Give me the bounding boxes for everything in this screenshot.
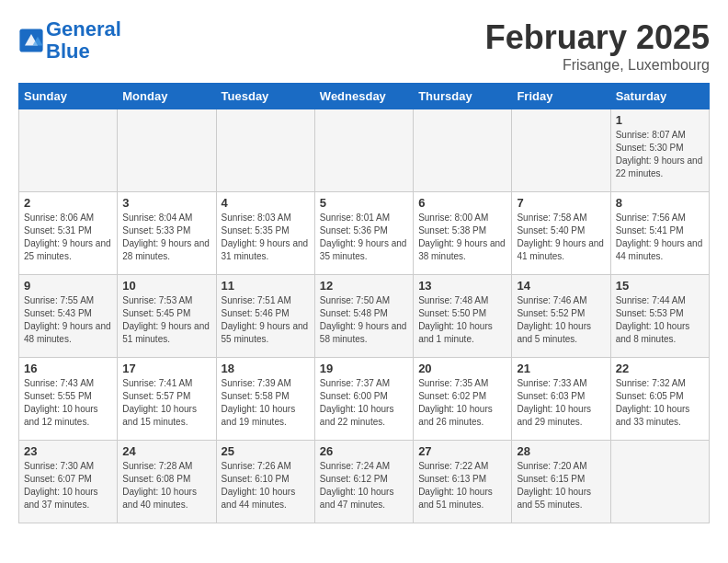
day-info: Sunrise: 7:39 AM Sunset: 5:58 PM Dayligh…	[222, 377, 310, 429]
day-info: Sunrise: 7:44 AM Sunset: 5:53 PM Dayligh…	[616, 294, 704, 346]
day-info: Sunrise: 7:55 AM Sunset: 5:43 PM Dayligh…	[24, 294, 112, 346]
day-number: 5	[320, 196, 408, 210]
calendar-cell: 13Sunrise: 7:48 AM Sunset: 5:50 PM Dayli…	[414, 275, 512, 358]
day-info: Sunrise: 8:03 AM Sunset: 5:35 PM Dayligh…	[222, 212, 310, 263]
calendar-cell: 2Sunrise: 8:06 AM Sunset: 5:31 PM Daylig…	[19, 192, 118, 275]
calendar-cell: 10Sunrise: 7:53 AM Sunset: 5:45 PM Dayli…	[118, 275, 216, 358]
title-block: February 2025 Frisange, Luxembourg	[485, 18, 710, 74]
calendar-cell: 16Sunrise: 7:43 AM Sunset: 5:55 PM Dayli…	[19, 358, 118, 441]
calendar-cell: 18Sunrise: 7:39 AM Sunset: 5:58 PM Dayli…	[216, 358, 314, 441]
day-number: 16	[24, 362, 112, 375]
day-number: 14	[517, 279, 605, 293]
calendar-cell: 15Sunrise: 7:44 AM Sunset: 5:53 PM Dayli…	[610, 275, 709, 358]
day-info: Sunrise: 7:56 AM Sunset: 5:41 PM Dayligh…	[616, 212, 704, 263]
calendar-cell: 9Sunrise: 7:55 AM Sunset: 5:43 PM Daylig…	[19, 275, 118, 358]
calendar-cell: 17Sunrise: 7:41 AM Sunset: 5:57 PM Dayli…	[118, 358, 216, 441]
day-number: 6	[418, 196, 506, 210]
day-info: Sunrise: 8:01 AM Sunset: 5:36 PM Dayligh…	[320, 212, 408, 263]
day-info: Sunrise: 8:04 AM Sunset: 5:33 PM Dayligh…	[122, 212, 210, 263]
month-title: February 2025	[485, 18, 710, 57]
day-number: 28	[517, 444, 605, 458]
day-info: Sunrise: 7:24 AM Sunset: 6:12 PM Dayligh…	[320, 460, 408, 511]
calendar-cell	[314, 109, 413, 192]
day-info: Sunrise: 7:32 AM Sunset: 6:05 PM Dayligh…	[616, 377, 704, 429]
day-info: Sunrise: 7:46 AM Sunset: 5:52 PM Dayligh…	[517, 294, 605, 346]
calendar-cell: 24Sunrise: 7:28 AM Sunset: 6:08 PM Dayli…	[118, 441, 216, 523]
day-number: 15	[616, 279, 704, 293]
header-wednesday: Wednesday	[314, 84, 413, 109]
calendar-table: SundayMondayTuesdayWednesdayThursdayFrid…	[18, 83, 710, 523]
day-info: Sunrise: 7:53 AM Sunset: 5:45 PM Dayligh…	[122, 294, 210, 346]
day-number: 3	[122, 196, 210, 210]
location-subtitle: Frisange, Luxembourg	[485, 57, 710, 74]
logo-icon	[18, 28, 44, 53]
day-info: Sunrise: 7:50 AM Sunset: 5:48 PM Dayligh…	[320, 294, 408, 346]
day-number: 19	[320, 362, 408, 375]
day-number: 1	[616, 113, 704, 127]
calendar-week-row: 16Sunrise: 7:43 AM Sunset: 5:55 PM Dayli…	[19, 358, 710, 441]
header-saturday: Saturday	[610, 84, 709, 109]
logo-general: General	[46, 17, 121, 40]
day-info: Sunrise: 7:41 AM Sunset: 5:57 PM Dayligh…	[122, 377, 210, 429]
calendar-cell: 21Sunrise: 7:33 AM Sunset: 6:03 PM Dayli…	[512, 358, 610, 441]
calendar-week-row: 23Sunrise: 7:30 AM Sunset: 6:07 PM Dayli…	[19, 441, 710, 523]
day-number: 23	[24, 444, 112, 458]
calendar-cell: 11Sunrise: 7:51 AM Sunset: 5:46 PM Dayli…	[216, 275, 314, 358]
day-info: Sunrise: 7:35 AM Sunset: 6:02 PM Dayligh…	[418, 377, 506, 429]
calendar-cell: 5Sunrise: 8:01 AM Sunset: 5:36 PM Daylig…	[314, 192, 413, 275]
day-info: Sunrise: 7:20 AM Sunset: 6:15 PM Dayligh…	[517, 460, 605, 511]
calendar-cell: 27Sunrise: 7:22 AM Sunset: 6:13 PM Dayli…	[414, 441, 512, 523]
day-info: Sunrise: 7:28 AM Sunset: 6:08 PM Dayligh…	[122, 460, 210, 511]
calendar-cell	[19, 109, 118, 192]
calendar-cell: 14Sunrise: 7:46 AM Sunset: 5:52 PM Dayli…	[512, 275, 610, 358]
day-number: 25	[222, 444, 310, 458]
calendar-cell	[216, 109, 314, 192]
header-sunday: Sunday	[19, 84, 118, 109]
calendar-header-row: SundayMondayTuesdayWednesdayThursdayFrid…	[19, 84, 710, 109]
day-info: Sunrise: 8:00 AM Sunset: 5:38 PM Dayligh…	[418, 212, 506, 263]
calendar-cell: 1Sunrise: 8:07 AM Sunset: 5:30 PM Daylig…	[610, 109, 709, 192]
day-info: Sunrise: 7:51 AM Sunset: 5:46 PM Dayligh…	[222, 294, 310, 346]
header-monday: Monday	[118, 84, 216, 109]
day-number: 4	[222, 196, 310, 210]
calendar-cell	[414, 109, 512, 192]
calendar-cell: 22Sunrise: 7:32 AM Sunset: 6:05 PM Dayli…	[610, 358, 709, 441]
day-number: 10	[122, 279, 210, 293]
calendar-cell: 4Sunrise: 8:03 AM Sunset: 5:35 PM Daylig…	[216, 192, 314, 275]
day-number: 2	[24, 196, 112, 210]
calendar-cell	[512, 109, 610, 192]
day-info: Sunrise: 7:33 AM Sunset: 6:03 PM Dayligh…	[517, 377, 605, 429]
calendar-cell: 12Sunrise: 7:50 AM Sunset: 5:48 PM Dayli…	[314, 275, 413, 358]
day-number: 18	[222, 362, 310, 375]
day-info: Sunrise: 7:30 AM Sunset: 6:07 PM Dayligh…	[24, 460, 112, 511]
page-header: General Blue February 2025 Frisange, Lux…	[18, 18, 710, 74]
calendar-week-row: 2Sunrise: 8:06 AM Sunset: 5:31 PM Daylig…	[19, 192, 710, 275]
calendar-week-row: 1Sunrise: 8:07 AM Sunset: 5:30 PM Daylig…	[19, 109, 710, 192]
logo: General Blue	[18, 18, 121, 63]
day-number: 24	[122, 444, 210, 458]
day-number: 27	[418, 444, 506, 458]
day-number: 20	[418, 362, 506, 375]
day-info: Sunrise: 8:07 AM Sunset: 5:30 PM Dayligh…	[616, 129, 704, 180]
day-info: Sunrise: 7:22 AM Sunset: 6:13 PM Dayligh…	[418, 460, 506, 511]
calendar-cell: 26Sunrise: 7:24 AM Sunset: 6:12 PM Dayli…	[314, 441, 413, 523]
day-number: 21	[517, 362, 605, 375]
calendar-cell	[610, 441, 709, 523]
calendar-cell: 25Sunrise: 7:26 AM Sunset: 6:10 PM Dayli…	[216, 441, 314, 523]
calendar-cell: 8Sunrise: 7:56 AM Sunset: 5:41 PM Daylig…	[610, 192, 709, 275]
logo-blue: Blue	[46, 40, 90, 63]
calendar-cell	[118, 109, 216, 192]
day-info: Sunrise: 7:26 AM Sunset: 6:10 PM Dayligh…	[222, 460, 310, 511]
calendar-cell: 7Sunrise: 7:58 AM Sunset: 5:40 PM Daylig…	[512, 192, 610, 275]
calendar-cell: 20Sunrise: 7:35 AM Sunset: 6:02 PM Dayli…	[414, 358, 512, 441]
day-number: 22	[616, 362, 704, 375]
day-number: 7	[517, 196, 605, 210]
day-info: Sunrise: 7:43 AM Sunset: 5:55 PM Dayligh…	[24, 377, 112, 429]
day-number: 17	[122, 362, 210, 375]
day-number: 13	[418, 279, 506, 293]
day-number: 12	[320, 279, 408, 293]
day-number: 8	[616, 196, 704, 210]
header-thursday: Thursday	[414, 84, 512, 109]
day-number: 26	[320, 444, 408, 458]
calendar-cell: 19Sunrise: 7:37 AM Sunset: 6:00 PM Dayli…	[314, 358, 413, 441]
